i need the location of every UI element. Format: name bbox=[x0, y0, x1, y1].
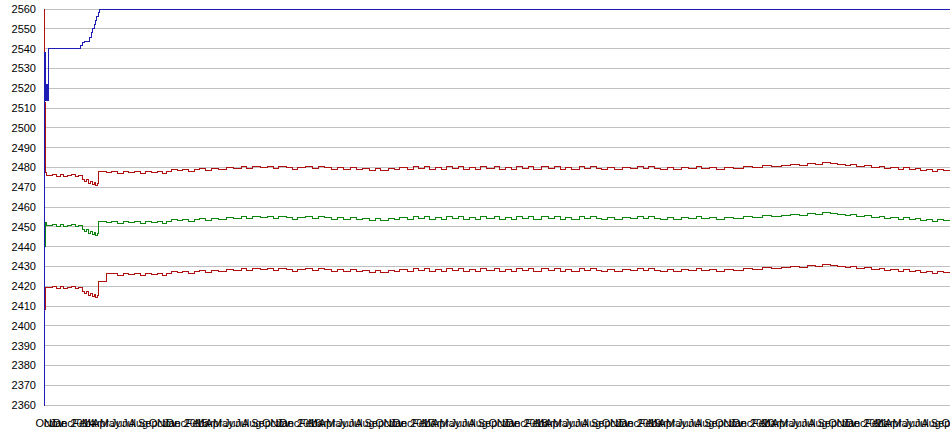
y-axis-tick-label: 2560 bbox=[12, 3, 36, 15]
series-path-upper-red-band bbox=[44, 9, 950, 185]
y-axis-tick-label: 2530 bbox=[12, 62, 36, 74]
x-axis-labels: OctNovDecJan 2014FebMarAprMayJunJulAugSe… bbox=[35, 417, 950, 429]
y-axis-tick-label: 2370 bbox=[12, 379, 36, 391]
y-axis-tick-label: 2440 bbox=[12, 241, 36, 253]
y-axis-tick-label: 2380 bbox=[12, 359, 36, 371]
chart-canvas: 2360237023802390240024102420243024402450… bbox=[0, 0, 950, 435]
y-axis-tick-label: 2490 bbox=[12, 142, 36, 154]
y-axis-tick-label: 2360 bbox=[12, 399, 36, 411]
y-axis-tick-label: 2550 bbox=[12, 23, 36, 35]
y-axis-tick-label: 2540 bbox=[12, 43, 36, 55]
y-axis-tick-label: 2460 bbox=[12, 201, 36, 213]
y-axis-tick-label: 2420 bbox=[12, 280, 36, 292]
y-axis-tick-label: 2480 bbox=[12, 161, 36, 173]
y-axis-tick-label: 2510 bbox=[12, 102, 36, 114]
y-axis-tick-label: 2400 bbox=[12, 320, 36, 332]
y-axis-tick-label: 2450 bbox=[12, 221, 36, 233]
y-axis-labels: 2360237023802390240024102420243024402450… bbox=[12, 3, 36, 411]
series-path-lower-red-band bbox=[44, 167, 950, 310]
y-axis-tick-label: 2500 bbox=[12, 122, 36, 134]
y-axis-tick-label: 2410 bbox=[12, 300, 36, 312]
price-history-chart: 2360237023802390240024102420243024402450… bbox=[0, 0, 950, 435]
y-axis-tick-label: 2520 bbox=[12, 82, 36, 94]
y-axis-tick-label: 2470 bbox=[12, 181, 36, 193]
x-axis-tick-label: Oct bbox=[941, 417, 950, 429]
gridlines bbox=[44, 9, 950, 405]
y-axis-tick-label: 2390 bbox=[12, 340, 36, 352]
y-axis-tick-label: 2430 bbox=[12, 260, 36, 272]
